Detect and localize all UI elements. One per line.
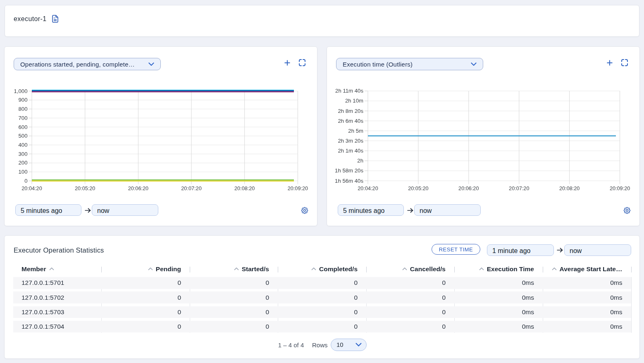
- svg-text:2h: 2h: [357, 158, 363, 164]
- svg-text:2h 3m 20s: 2h 3m 20s: [338, 138, 363, 144]
- svg-text:1,000: 1,000: [14, 88, 27, 94]
- svg-text:20:04:20: 20:04:20: [21, 186, 42, 191]
- svg-text:20:08:20: 20:08:20: [559, 186, 580, 191]
- svg-text:900: 900: [18, 97, 27, 103]
- svg-text:1h 56m 40s: 1h 56m 40s: [335, 178, 363, 184]
- svg-text:800: 800: [18, 106, 27, 112]
- svg-text:20:05:20: 20:05:20: [408, 186, 428, 191]
- svg-text:20:04:20: 20:04:20: [358, 186, 378, 191]
- svg-text:20:09:20: 20:09:20: [610, 186, 630, 191]
- svg-text:0: 0: [24, 178, 27, 184]
- svg-text:2h 1m 40s: 2h 1m 40s: [338, 148, 363, 154]
- svg-text:600: 600: [18, 124, 27, 130]
- svg-text:2h 6m 40s: 2h 6m 40s: [338, 118, 363, 124]
- svg-text:20:06:20: 20:06:20: [458, 186, 479, 191]
- svg-text:500: 500: [18, 133, 27, 139]
- svg-text:20:06:20: 20:06:20: [128, 186, 148, 191]
- svg-text:2h 8m 20s: 2h 8m 20s: [338, 108, 363, 114]
- svg-text:20:05:20: 20:05:20: [75, 186, 95, 191]
- svg-text:100: 100: [18, 169, 27, 175]
- svg-text:1h 58m 20s: 1h 58m 20s: [335, 167, 363, 174]
- svg-text:20:07:20: 20:07:20: [181, 186, 201, 191]
- svg-text:2h 10m: 2h 10m: [345, 98, 363, 104]
- svg-text:2h 5m: 2h 5m: [348, 128, 363, 134]
- svg-text:20:08:20: 20:08:20: [234, 186, 255, 191]
- svg-text:300: 300: [18, 151, 27, 157]
- svg-text:2h 11m 40s: 2h 11m 40s: [335, 88, 363, 94]
- svg-text:20:07:20: 20:07:20: [509, 186, 529, 191]
- svg-text:200: 200: [18, 160, 27, 166]
- svg-text:20:09:20: 20:09:20: [288, 186, 308, 191]
- svg-text:400: 400: [18, 142, 27, 148]
- svg-text:700: 700: [18, 115, 27, 121]
